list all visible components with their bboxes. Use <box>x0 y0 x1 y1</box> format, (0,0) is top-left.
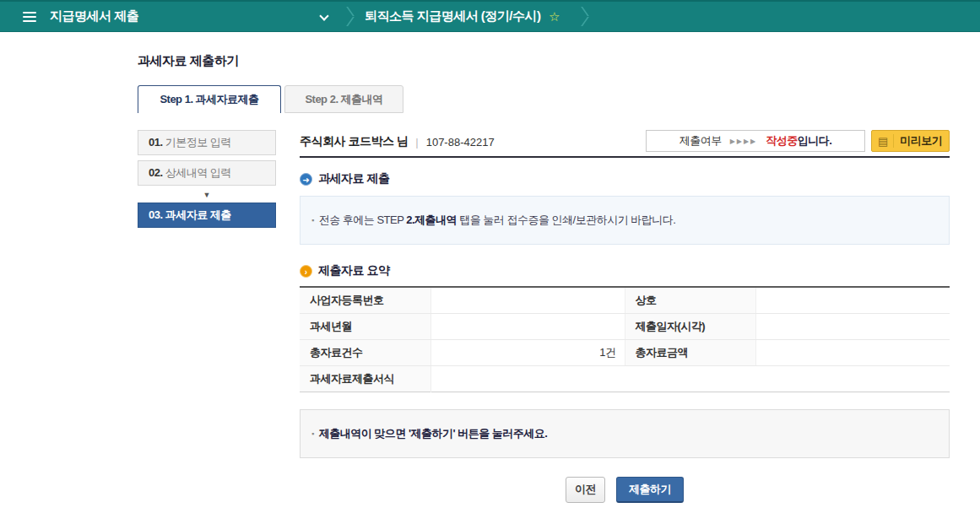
cell-value-total-amount <box>755 339 950 365</box>
top-bar: 지급명세서 제출 퇴직소득 지급명세서 (정기/수시) ☆ <box>0 0 980 32</box>
preview-button[interactable]: ▤ 미리보기 <box>871 130 950 152</box>
table-row: 과세자료제출서식 <box>300 365 950 392</box>
cell-label-total-count: 총자료건수 <box>300 339 430 365</box>
bullet-icon: ▪ <box>311 216 314 224</box>
table-row: 사업자등록번호 상호 <box>300 287 950 313</box>
step-label: 상세내역 입력 <box>165 166 231 179</box>
status-value-highlight: 작성중 <box>766 133 798 149</box>
cell-value-biz-reg-no <box>430 287 625 313</box>
content-area: 01. 기본정보 입력 02. 상세내역 입력 ▼ 03. 과세자료 제출 주식… <box>138 130 950 503</box>
arrow-circle-icon: ➜ <box>300 173 312 186</box>
breadcrumb-separator-icon <box>571 6 584 28</box>
step-number: 02. <box>149 166 163 179</box>
down-arrow-icon: ▼ <box>138 191 276 199</box>
previous-button[interactable]: 이전 <box>566 477 605 503</box>
breadcrumb-separator-icon <box>336 6 349 28</box>
preview-button-label: 미리보기 <box>900 133 942 149</box>
cell-value-company-name <box>755 287 950 313</box>
notice-box-bottom: ▪제출내역이 맞으면 '제출하기' 버튼을 눌러주세요. <box>300 409 950 458</box>
cell-value-submit-date <box>755 313 950 339</box>
cell-label-submit-date: 제출일자(시각) <box>625 313 755 339</box>
company-name: 주식회사 코드박스 님 <box>300 134 408 149</box>
app-title: 지급명세서 제출 <box>50 8 138 24</box>
cell-label-biz-reg-no: 사업자등록번호 <box>300 287 430 313</box>
favorite-star-icon[interactable]: ☆ <box>549 9 560 24</box>
submit-button[interactable]: 제출하기 <box>616 477 684 503</box>
cell-label-company-name: 상호 <box>625 287 755 313</box>
status-label: 제출여부 <box>680 133 722 149</box>
section-header-summary: › 제출자료 요약 <box>300 263 950 278</box>
section-header-submit: ➜ 과세자료 제출 <box>300 171 950 186</box>
cell-label-form-type: 과세자료제출서식 <box>300 365 430 392</box>
step-sidebar: 01. 기본정보 입력 02. 상세내역 입력 ▼ 03. 과세자료 제출 <box>138 130 276 503</box>
hamburger-menu-icon[interactable] <box>23 9 36 24</box>
status-value-rest: 입니다. <box>798 133 832 149</box>
section-title: 과세자료 제출 <box>318 171 389 186</box>
main-panel: 주식회사 코드박스 님 | 107-88-42217 제출여부 ▶▶▶▶ 작성중… <box>300 130 950 503</box>
cell-value-total-count: 1건 <box>430 339 625 365</box>
cell-label-total-amount: 총자료금액 <box>625 339 755 365</box>
tab-step2-history[interactable]: Step 2. 제출내역 <box>284 85 403 113</box>
step-label: 과세자료 제출 <box>165 208 231 221</box>
tab-step1-submit[interactable]: Step 1. 과세자료제출 <box>138 85 281 113</box>
cell-value-form-type <box>430 365 950 392</box>
section-divider <box>300 156 950 158</box>
notice-text: 제출내역이 맞으면 '제출하기' 버튼을 눌러주세요. <box>319 427 548 440</box>
page-title: 과세자료 제출하기 <box>138 53 950 69</box>
notice-text-pre: 전송 후에는 STEP <box>319 213 407 226</box>
notice-box-top: ▪전송 후에는 STEP 2.제출내역 탭을 눌러 접수증을 인쇄/보관하시기 … <box>300 196 950 245</box>
submission-status-box: 제출여부 ▶▶▶▶ 작성중 입니다. <box>646 130 865 152</box>
summary-table: 사업자등록번호 상호 과세년월 제출일자(시각) 총자료건수 1건 총자료금액 <box>300 286 950 392</box>
section-title: 제출자료 요약 <box>318 263 389 278</box>
notice-text-bold: 2.제출내역 <box>406 213 457 226</box>
step-number: 01. <box>149 136 163 149</box>
button-row: 이전 제출하기 <box>300 477 950 503</box>
table-row: 총자료건수 1건 총자료금액 <box>300 339 950 365</box>
cell-value-tax-month <box>430 313 625 339</box>
bullet-icon: ▪ <box>311 429 314 438</box>
document-list-icon: ▤ <box>878 136 888 147</box>
page-body: 과세자료 제출하기 Step 1. 과세자료제출 Step 2. 제출내역 01… <box>0 53 980 503</box>
divider: | <box>415 136 418 149</box>
step-tabs: Step 1. 과세자료제출 Step 2. 제출내역 <box>138 84 950 113</box>
sidebar-step-2[interactable]: 02. 상세내역 입력 <box>138 160 276 186</box>
sidebar-step-1[interactable]: 01. 기본정보 입력 <box>138 130 276 155</box>
breadcrumb: 퇴직소득 지급명세서 (정기/수시) <box>365 8 541 24</box>
sidebar-step-3-active[interactable]: 03. 과세자료 제출 <box>138 203 276 228</box>
chevron-down-icon[interactable] <box>319 11 328 20</box>
divider <box>893 134 894 148</box>
status-arrows-icon: ▶▶▶▶ <box>730 138 758 145</box>
business-reg-number: 107-88-42217 <box>426 136 495 149</box>
step-number: 03. <box>149 208 163 221</box>
chevron-circle-icon: › <box>300 265 312 278</box>
notice-text-post: 탭을 눌러 접수증을 인쇄/보관하시기 바랍니다. <box>457 213 675 226</box>
company-row: 주식회사 코드박스 님 | 107-88-42217 제출여부 ▶▶▶▶ 작성중… <box>300 130 950 154</box>
table-row: 과세년월 제출일자(시각) <box>300 313 950 339</box>
cell-label-tax-month: 과세년월 <box>300 313 430 339</box>
step-label: 기본정보 입력 <box>165 136 231 149</box>
